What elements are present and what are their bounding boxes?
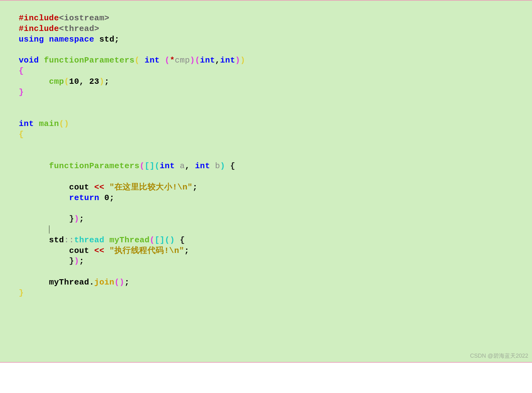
dot: . bbox=[89, 278, 94, 287]
lambda-capture: ] bbox=[160, 235, 165, 245]
using-kw: using bbox=[19, 35, 44, 44]
op-stream: << bbox=[94, 246, 104, 255]
param-b: b bbox=[215, 161, 220, 171]
num-10: 10 bbox=[69, 77, 79, 86]
cout: cout bbox=[69, 246, 89, 255]
myThread-decl: myThread bbox=[109, 235, 150, 245]
namespace-kw: namespace bbox=[49, 35, 94, 44]
semi: ; bbox=[79, 214, 84, 224]
text-cursor bbox=[49, 225, 49, 234]
brace-open: { bbox=[230, 161, 235, 171]
include1-header: <iostream> bbox=[59, 13, 109, 23]
lambda-capture: [ bbox=[145, 161, 150, 171]
param-a: a bbox=[180, 161, 185, 171]
semi: ; bbox=[104, 77, 109, 86]
semi: ; bbox=[79, 256, 84, 266]
semi: ; bbox=[184, 246, 189, 255]
comma: , bbox=[215, 56, 220, 65]
code-block: #include<iostream> #include<thread> usin… bbox=[0, 0, 532, 363]
string-exec: "执行线程代码!\n" bbox=[109, 246, 184, 255]
brace-open: { bbox=[180, 235, 185, 245]
paren: ) bbox=[74, 256, 79, 266]
paren: ) bbox=[170, 235, 175, 245]
brace-close: } bbox=[69, 214, 74, 224]
paren: ( bbox=[165, 56, 170, 65]
brace-open: { bbox=[19, 130, 24, 139]
code-pre: #include<iostream> #include<thread> usin… bbox=[19, 13, 513, 299]
paren: ) bbox=[64, 119, 69, 128]
paren: ) bbox=[240, 56, 245, 65]
semi: ; bbox=[193, 183, 198, 192]
thread-type: thread bbox=[74, 235, 104, 245]
comma: , bbox=[185, 161, 190, 171]
semi: ; bbox=[109, 193, 114, 203]
cmp-call: cmp bbox=[49, 77, 64, 86]
paren: ( bbox=[64, 77, 69, 86]
int-kw: int bbox=[195, 161, 210, 171]
int-kw: int bbox=[160, 161, 175, 171]
semi: ; bbox=[124, 278, 129, 287]
paren: ) bbox=[74, 214, 79, 224]
paren: ( bbox=[139, 161, 144, 171]
paren: ( bbox=[114, 278, 119, 287]
int-kw: int bbox=[220, 56, 235, 65]
std-ident: std bbox=[99, 35, 114, 44]
brace-close: } bbox=[19, 88, 24, 97]
paren: ) bbox=[220, 161, 225, 171]
scope-op: :: bbox=[64, 235, 74, 245]
int-kw: int bbox=[19, 119, 34, 128]
preproc-include1: #include bbox=[19, 13, 59, 23]
return-kw: return bbox=[69, 193, 99, 203]
paren: ( bbox=[59, 119, 64, 128]
paren: ( bbox=[150, 235, 155, 245]
paren: ) bbox=[119, 278, 124, 287]
void-kw: void bbox=[19, 56, 39, 65]
include2-header: <thread> bbox=[59, 24, 99, 33]
brace-close: } bbox=[19, 288, 24, 298]
functionParameters-call: functionParameters bbox=[49, 161, 140, 171]
join-method: join bbox=[94, 278, 114, 287]
star: * bbox=[170, 56, 175, 65]
num-23: 23 bbox=[89, 77, 99, 86]
preproc-include2: #include bbox=[19, 24, 59, 33]
int-kw: int bbox=[200, 56, 215, 65]
func-decl-name: functionParameters bbox=[44, 56, 135, 65]
paren: ( bbox=[155, 161, 160, 171]
lambda-capture: ] bbox=[150, 161, 155, 171]
paren: ( bbox=[134, 56, 139, 65]
paren: ) bbox=[190, 56, 195, 65]
std-ns: std bbox=[49, 235, 64, 245]
cmp-param: cmp bbox=[175, 56, 190, 65]
main-ident: main bbox=[39, 119, 59, 128]
zero: 0 bbox=[104, 193, 109, 203]
int-kw: int bbox=[145, 56, 160, 65]
brace-close: } bbox=[69, 256, 74, 266]
myThread-ident: myThread bbox=[49, 278, 89, 287]
op-stream: << bbox=[94, 183, 104, 192]
semi: ; bbox=[114, 35, 119, 44]
paren: ( bbox=[165, 235, 170, 245]
brace-open: { bbox=[19, 66, 24, 76]
comma: , bbox=[79, 77, 84, 86]
paren: ) bbox=[235, 56, 240, 65]
paren: ( bbox=[195, 56, 200, 65]
watermark-text: CSDN @碧海蓝天2022 bbox=[470, 352, 528, 360]
lambda-capture: [ bbox=[155, 235, 160, 245]
string-compare: "在这里比较大小!\n" bbox=[109, 183, 193, 192]
paren: ) bbox=[99, 77, 104, 86]
cout: cout bbox=[69, 183, 89, 192]
